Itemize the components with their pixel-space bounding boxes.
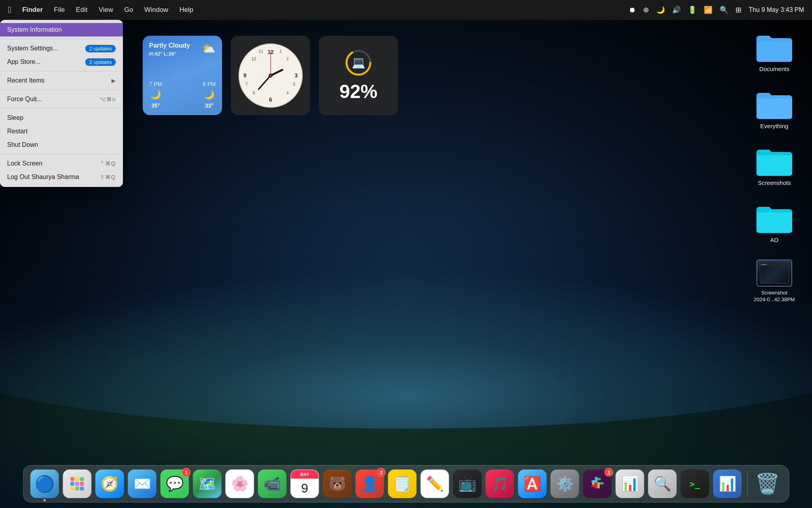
menu-section-recent: Recent Items ▶ [0,73,123,88]
everything-folder-icon [756,89,792,119]
slack-icon [590,475,605,493]
svg-text:6: 6 [269,96,272,103]
apple-menu-button[interactable]:  [8,5,11,15]
dock-app-finder[interactable]: 🔵 [31,470,59,498]
menu-item-lock-screen[interactable]: Lock Screen ⌃⌘Q [0,157,123,170]
desktop-icon-everything[interactable]: Everything [753,89,796,130]
svg-text:9: 9 [243,72,247,79]
weather-widget[interactable]: Partly Cloudy H:42° L:26° ⛅ 7 PM 🌙 35° 8… [143,36,222,115]
menu-item-shutdown[interactable]: Shut Down [0,138,123,152]
calendar-date: 9 [301,481,308,496]
forecast-8pm-time: 8 PM [203,81,216,87]
screenshot-file-thumbnail [756,260,792,287]
cardhop-badge: 2 [377,468,386,477]
menu-divider-3 [0,90,123,90]
bear-icon: 🐻 [328,475,346,492]
dock-app-launchpad[interactable] [63,470,92,498]
dock-app-trash[interactable]: 🗑️ [753,470,782,498]
menu-go[interactable]: Go [124,6,133,14]
forecast-7pm-temp: 35° [151,102,160,109]
menu-item-system-info[interactable]: System Information [0,23,123,37]
app-store-label: App Store... [7,58,41,65]
dock-app-notes[interactable]: 🗒️ [388,470,417,498]
documents-label: Documents [759,65,789,73]
forecast-8pm: 8 PM 🌙 33° [203,81,216,109]
desktop-icon-screenshot-file[interactable]: Screenshot2024-0...42.38PM [753,260,796,303]
dock-app-safari[interactable]: 🧭 [96,470,124,498]
menu-item-recent-items[interactable]: Recent Items ▶ [0,74,123,87]
clock-widget[interactable]: 12 3 6 9 2 4 10 8 1 5 11 7 [231,36,310,115]
terminal-icon: >_ [689,479,700,489]
activity-monitor-icon: 📊 [621,475,639,492]
dock-app-bear[interactable]: 🐻 [323,470,352,498]
everything-label: Everything [760,122,789,130]
svg-text:4: 4 [286,90,288,95]
safari-icon: 🧭 [101,475,119,492]
dock-app-activity-monitor[interactable]: 📊 [616,470,644,498]
battery-widget[interactable]: 💻 92% [319,36,398,115]
wifi-icon[interactable]: 📶 [704,6,712,14]
dock-app-maps[interactable]: 🗺️ [193,470,222,498]
accessibility-icon[interactable]: ⊕ [643,6,649,14]
lock-screen-shortcut: ⌃⌘Q [100,160,116,167]
menu-item-force-quit[interactable]: Force Quit... ⌥⌘⎋ [0,92,123,106]
dock-app-music[interactable]: 🎵 [486,470,514,498]
logout-label: Log Out Shaurya Sharma [7,173,79,181]
volume-icon[interactable]: 🔊 [672,6,681,14]
battery-percentage: 92% [339,81,377,102]
menu-item-system-settings[interactable]: System Settings... 2 updates [0,42,123,55]
menu-section-session: Lock Screen ⌃⌘Q Log Out Shaurya Sharma ⇧… [0,156,123,185]
force-quit-label: Force Quit... [7,96,42,103]
dock-app-appletv[interactable]: 📺 [453,470,482,498]
menu-item-sleep[interactable]: Sleep [0,111,123,125]
dock-app-facetime[interactable]: 📹 [258,470,287,498]
dock-app-cardhop[interactable]: 👤 2 [356,470,384,498]
menu-window[interactable]: Window [144,6,168,14]
menu-help[interactable]: Help [179,6,193,14]
dock-app-spotlight[interactable]: 🔍 [648,470,677,498]
menu-item-logout[interactable]: Log Out Shaurya Sharma ⇧⌘Q [0,170,123,184]
desktop-icon-screenshots[interactable]: Screenshots [753,146,796,187]
menu-item-app-store[interactable]: App Store... 2 updates [0,55,123,69]
dock-app-messages[interactable]: 💬 1 [161,470,189,498]
record-icon[interactable]: ⏺ [629,6,636,14]
weather-forecast: 7 PM 🌙 35° 8 PM 🌙 33° [149,81,216,109]
desktop-icons: Documents Everything Screenshots [753,32,796,303]
menu-finder[interactable]: Finder [22,6,43,14]
recent-items-label: Recent Items [7,77,44,84]
dock-app-mail[interactable]: ✉️ [128,470,157,498]
mail-icon: ✉️ [133,475,151,492]
dock-app-appstore[interactable]: 🅰️ [518,470,547,498]
dock-app-calendar[interactable]: MAY 9 [291,470,319,498]
desktop-icon-ad[interactable]: AD [753,203,796,244]
dock-app-photos[interactable]: 🌸 [226,470,254,498]
svg-rect-27 [592,485,598,487]
menu-view[interactable]: View [99,6,113,14]
dock-app-freeform[interactable]: ✏️ [421,470,449,498]
svg-text:2: 2 [286,56,288,61]
weather-cloud-icon: ⛅ [202,42,216,55]
battery-icon[interactable]: 🔋 [688,6,697,14]
photos-icon: 🌸 [231,475,249,492]
dock-app-terminal[interactable]: >_ [681,470,709,498]
darkmode-icon[interactable]: 🌙 [656,6,665,14]
menu-item-restart[interactable]: Restart [0,125,123,138]
menu-file[interactable]: File [54,6,65,14]
dock-app-system-settings[interactable]: ⚙️ [551,470,579,498]
menu-section-top: System Information [0,22,123,37]
search-icon[interactable]: 🔍 [720,6,728,14]
sleep-label: Sleep [7,114,23,121]
appstore-icon: 🅰️ [523,475,541,492]
control-center-icon[interactable]: ⊞ [735,6,741,14]
finder-dot [44,499,46,501]
menu-edit[interactable]: Edit [76,6,87,14]
music-icon: 🎵 [491,475,509,492]
dock-app-keynote[interactable]: 📊 [713,470,742,498]
dock-app-slack[interactable]: 2 [583,470,612,498]
forecast-7pm-icon: 🌙 [150,90,161,100]
slack-badge: 2 [605,468,613,477]
desktop-icon-documents[interactable]: Documents [753,32,796,73]
appletv-icon: 📺 [458,475,476,492]
restart-label: Restart [7,128,28,135]
svg-rect-24 [598,482,600,489]
